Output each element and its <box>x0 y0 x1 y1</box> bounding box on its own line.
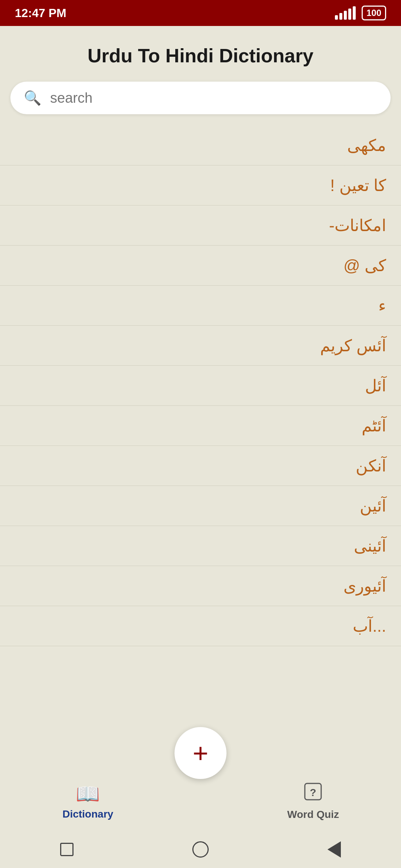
recent-apps-button[interactable] <box>58 840 76 859</box>
word-quiz-icon: ? <box>303 782 323 806</box>
main-content: Urdu To Hindi Dictionary 🔍 مکھی ! کا تعی… <box>0 26 401 749</box>
app-title: Urdu To Hindi Dictionary <box>15 45 386 67</box>
status-time: 12:47 PM <box>15 6 66 20</box>
nav-bar: 📖 Dictionary ? Word Quiz <box>0 772 401 831</box>
app-header: Urdu To Hindi Dictionary <box>0 26 401 78</box>
dictionary-label: Dictionary <box>62 808 113 820</box>
fab-container: + <box>175 727 226 779</box>
list-item[interactable]: @ کی <box>0 246 401 286</box>
tab-dictionary[interactable]: 📖 Dictionary <box>32 783 144 820</box>
list-item[interactable]: مکھی <box>0 125 401 165</box>
square-icon <box>60 843 74 856</box>
word-text: آئل <box>365 377 386 395</box>
list-item[interactable]: آئس کریم <box>0 326 401 366</box>
word-quiz-label: Word Quiz <box>287 809 339 821</box>
word-text: آئٹم <box>362 417 386 435</box>
android-nav <box>0 831 401 868</box>
list-item[interactable]: ! کا تعین <box>0 165 401 206</box>
list-item[interactable]: آئین <box>0 486 401 526</box>
list-item[interactable]: آنکن <box>0 446 401 486</box>
word-text: آئین <box>360 497 386 515</box>
svg-text:?: ? <box>310 787 316 798</box>
list-item[interactable]: آئینی <box>0 526 401 566</box>
status-icons: 100 <box>335 6 386 20</box>
search-box: 🔍 <box>10 82 391 114</box>
battery-icon: 100 <box>362 6 386 20</box>
list-item[interactable]: آئل <box>0 366 401 406</box>
word-text: مکھی <box>347 136 386 154</box>
home-button[interactable] <box>191 840 210 859</box>
word-text: آنکن <box>356 457 386 475</box>
list-item[interactable]: ء <box>0 286 401 326</box>
search-icon: 🔍 <box>24 90 41 106</box>
word-list: مکھی ! کا تعین -امکانات @ کی ء آئس کریم … <box>0 125 401 749</box>
list-item[interactable]: -امکانات <box>0 206 401 246</box>
word-text: @ کی <box>343 256 386 274</box>
signal-icon <box>335 6 356 20</box>
plus-icon: + <box>193 740 208 766</box>
back-button[interactable] <box>325 840 343 859</box>
add-button[interactable]: + <box>175 727 226 779</box>
back-arrow-icon <box>327 841 341 858</box>
search-container: 🔍 <box>0 78 401 125</box>
word-text: ! کا تعین <box>330 176 386 194</box>
word-text: -امکانات <box>329 216 386 234</box>
search-input[interactable] <box>50 90 377 106</box>
circle-icon <box>192 841 209 858</box>
list-item[interactable]: آب... <box>0 606 401 646</box>
word-text: آئس کریم <box>320 336 386 355</box>
word-text: آئینی <box>354 537 386 555</box>
list-item[interactable]: آئیوری <box>0 566 401 606</box>
list-item[interactable]: آئٹم <box>0 406 401 446</box>
word-text: آب... <box>353 617 386 635</box>
tab-word-quiz[interactable]: ? Word Quiz <box>257 782 369 821</box>
status-bar: 12:47 PM 100 <box>0 0 401 26</box>
word-text: ء <box>378 296 386 315</box>
word-text: آئیوری <box>343 577 386 595</box>
dictionary-icon: 📖 <box>76 783 100 805</box>
bottom-nav: + 📖 Dictionary ? Word Quiz <box>0 749 401 831</box>
